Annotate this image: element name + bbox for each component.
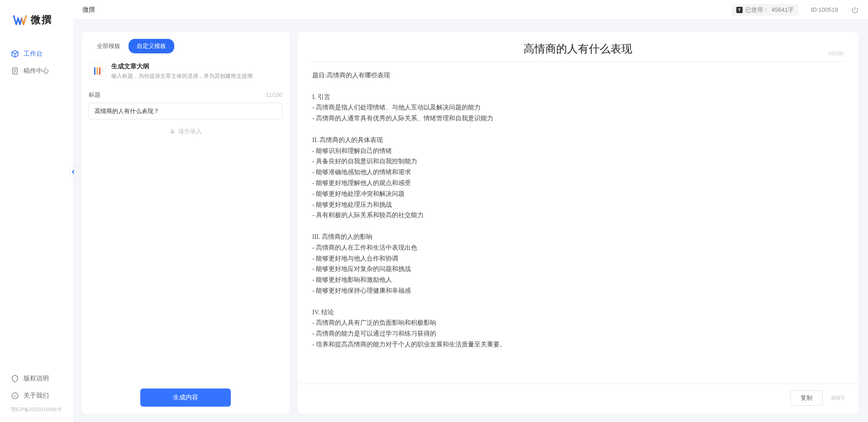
copy-button[interactable]: 复制	[790, 390, 823, 406]
result-header: 高情商的人有什么表现 10/100	[298, 32, 858, 60]
tool-card: 生成文章大纲 输入标题，为你提供文章主体的灵感，并为其创建推文提纲	[81, 53, 290, 91]
usage-badge: T 已使用： 45641字	[732, 4, 798, 16]
nav-item-copyright[interactable]: 版权说明	[0, 370, 73, 387]
result-panel: 高情商的人有什么表现 10/100 题目:高情商的人有哪些表现 I. 引言 - …	[298, 32, 858, 414]
sidebar: 微撰 工作台 稿件中心 版权说明	[0, 0, 73, 422]
mic-icon	[169, 128, 176, 135]
logo-text: 微撰	[31, 13, 52, 27]
nav-bottom: 版权说明 关于我们 鄂ICP备2022016946号	[0, 370, 73, 422]
shield-icon	[11, 375, 19, 383]
nav-label: 工作台	[24, 50, 43, 58]
usage-label: 已使用：	[745, 6, 769, 14]
tab-custom-templates[interactable]: 自定义模板	[129, 39, 174, 53]
template-tabs: 全部模板 自定义模板	[81, 32, 290, 53]
power-icon[interactable]	[851, 6, 859, 14]
nav-item-drafts[interactable]: 稿件中心	[0, 62, 73, 80]
tool-title: 生成文章大纲	[111, 62, 253, 71]
document-icon	[11, 67, 19, 75]
user-id: ID:100519	[811, 6, 838, 13]
info-icon	[11, 392, 19, 400]
topbar-right: T 已使用： 45641字 ID:100519	[732, 4, 859, 16]
text-icon: T	[736, 7, 743, 13]
nav-item-workbench[interactable]: 工作台	[0, 45, 73, 62]
topbar: 微撰 T 已使用： 45641字 ID:100519	[73, 0, 868, 20]
form-area: 标题 11/100 请空录入	[81, 91, 290, 381]
result-title: 高情商的人有什么表现	[310, 42, 845, 56]
chevron-left-icon	[72, 170, 75, 174]
title-char-count: 11/100	[266, 92, 282, 98]
workspace: 全部模板 自定义模板 生成文章大纲 输入标题，为你提供文章主体的灵感，并为其创建…	[73, 20, 868, 422]
sidebar-collapse-button[interactable]	[70, 167, 77, 176]
title-input[interactable]	[89, 103, 282, 119]
nav-label: 关于我们	[24, 392, 49, 400]
icp-text: 鄂ICP备2022016946号	[0, 404, 73, 417]
nav-main: 工作台 稿件中心	[0, 45, 73, 370]
title-field-label: 标题	[89, 91, 100, 99]
nav-label: 版权说明	[24, 375, 49, 383]
voice-label: 请空录入	[178, 128, 202, 136]
generate-button[interactable]: 生成内容	[140, 389, 231, 407]
nav-label: 稿件中心	[24, 67, 49, 75]
voice-input-button[interactable]: 请空录入	[89, 119, 282, 144]
input-panel: 全部模板 自定义模板 生成文章大纲 输入标题，为你提供文章主体的灵感，并为其创建…	[81, 32, 290, 414]
page-title: 微撰	[82, 6, 732, 14]
logo: 微撰	[0, 13, 73, 45]
result-body[interactable]: 题目:高情商的人有哪些表现 I. 引言 - 高情商是指人们处理情绪、与他人互动以…	[298, 62, 858, 384]
tool-desc: 输入标题，为你提供文章主体的灵感，并为其创建推文提纲	[111, 72, 253, 80]
nav-item-about[interactable]: 关于我们	[0, 387, 73, 404]
usage-value: 45641字	[772, 6, 794, 14]
result-footer: 复制 404字	[298, 384, 858, 414]
result-char-count: 404字	[831, 394, 845, 402]
main: 微撰 T 已使用： 45641字 ID:100519 全部模板 自定义模板	[73, 0, 868, 422]
svg-rect-2	[172, 129, 173, 133]
outline-icon	[89, 62, 106, 80]
logo-icon	[13, 13, 27, 27]
cube-icon	[11, 50, 19, 58]
tab-all-templates[interactable]: 全部模板	[89, 39, 129, 53]
result-title-count: 10/100	[828, 51, 844, 56]
